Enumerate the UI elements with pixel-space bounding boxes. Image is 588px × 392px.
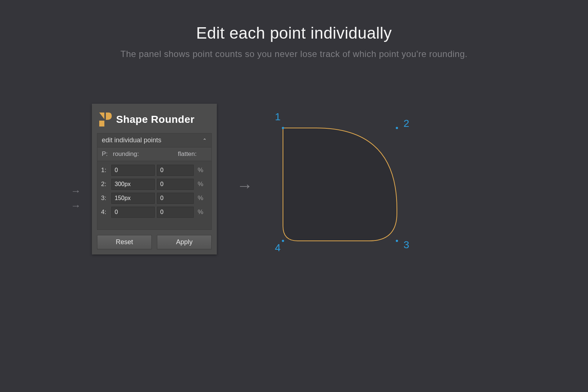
row-label: 4: <box>101 209 109 216</box>
percent-label: % <box>196 195 203 202</box>
edit-points-section: edit individual points ⌃ P: rounding: fl… <box>97 133 212 230</box>
point-label-3: 3 <box>404 239 409 251</box>
anchor-point-3 <box>396 240 398 242</box>
flatten-input[interactable] <box>157 207 194 218</box>
panel-buttons: Reset Apply <box>97 235 212 249</box>
col-rounding-label: rounding: <box>113 150 162 158</box>
point-label-2: 2 <box>404 118 409 129</box>
page-subtitle: The panel shows point counts so you neve… <box>0 49 588 59</box>
section-title: edit individual points <box>102 136 161 144</box>
logo-icon <box>99 113 112 126</box>
point-rows: 1: % 2: % 3: % 4: % <box>97 161 211 229</box>
reset-button[interactable]: Reset <box>97 235 152 249</box>
chevron-up-icon: ⌃ <box>202 138 207 143</box>
arrow-right-icon: → <box>71 184 81 199</box>
apply-button[interactable]: Apply <box>157 235 212 249</box>
point-row: 2: % <box>101 179 208 190</box>
shape-rounder-panel: Shape Rounder edit individual points ⌃ P… <box>92 104 217 254</box>
edited-row-indicators: → → <box>71 184 81 213</box>
rounding-input[interactable] <box>111 165 155 176</box>
point-row: 1: % <box>101 165 208 176</box>
anchor-point-4 <box>282 240 284 242</box>
percent-label: % <box>196 209 203 216</box>
col-p-label: P: <box>102 150 113 158</box>
col-flatten-label: flatten: <box>162 150 207 158</box>
percent-label: % <box>196 181 203 188</box>
flatten-input[interactable] <box>157 165 194 176</box>
column-headers: P: rounding: flatten: <box>97 147 211 161</box>
anchor-point-2 <box>396 127 398 129</box>
point-row: 3: % <box>101 193 208 204</box>
rounding-input[interactable] <box>111 193 155 204</box>
arrow-right-icon: → <box>71 199 81 213</box>
percent-label: % <box>196 167 203 174</box>
row-label: 1: <box>101 167 109 174</box>
rounding-input[interactable] <box>111 207 155 218</box>
anchor-point-1 <box>282 127 284 129</box>
flatten-input[interactable] <box>157 179 194 190</box>
point-label-1: 1 <box>275 111 281 123</box>
panel-title: Shape Rounder <box>116 114 194 125</box>
shape-preview: 1 2 3 4 <box>272 114 419 261</box>
page-title: Edit each point individually <box>0 24 588 42</box>
flatten-input[interactable] <box>157 193 194 204</box>
section-header[interactable]: edit individual points ⌃ <box>97 133 211 147</box>
row-label: 3: <box>101 195 109 202</box>
rounding-input[interactable] <box>111 179 155 190</box>
point-label-4: 4 <box>275 242 281 254</box>
panel-header: Shape Rounder <box>97 109 212 133</box>
arrow-right-icon: → <box>237 177 253 195</box>
row-label: 2: <box>101 181 109 188</box>
preview-shape-path <box>283 128 397 241</box>
point-row: 4: % <box>101 207 208 218</box>
